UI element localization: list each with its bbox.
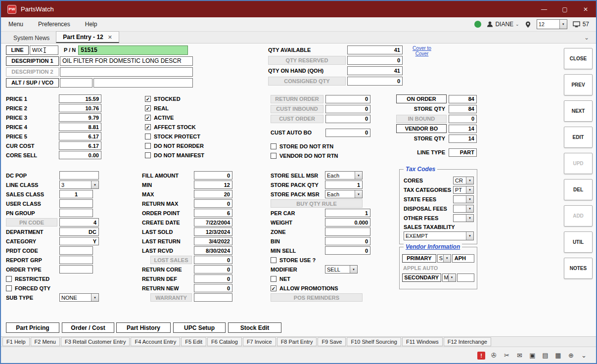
prdt-code-input[interactable] (59, 246, 93, 255)
store-qty-2-value[interactable]: 14 (449, 135, 477, 143)
tab-overflow-chevron-icon[interactable]: ⌄ (584, 34, 596, 43)
state-fees-select[interactable] (453, 195, 474, 203)
description1-button[interactable]: DESCRIPTION 1 (6, 56, 59, 66)
price2-input[interactable]: 10.76 (59, 104, 101, 112)
close-tab-icon[interactable]: ✕ (108, 34, 112, 41)
pn-input[interactable]: 51515 (78, 46, 188, 55)
real-checkbox[interactable]: ✓ (145, 105, 151, 111)
notes-button[interactable]: NOTES (564, 258, 593, 279)
maximize-icon[interactable]: ▢ (554, 1, 575, 17)
fn-f11-windows[interactable]: F11 Windows (402, 337, 443, 346)
order-type-input[interactable] (59, 265, 93, 273)
monitor-icon[interactable]: ▣ (528, 352, 537, 359)
store-do-not-rtn-checkbox[interactable] (271, 143, 276, 149)
tab-part-entry[interactable]: Part Entry - 12 ✕ (56, 31, 119, 43)
menu-preferences[interactable]: Preferences (31, 21, 78, 28)
qty-reserved-value[interactable]: 0 (347, 56, 403, 65)
line-class-select[interactable]: 3 (59, 181, 99, 189)
menu-menu[interactable]: Menu (1, 21, 31, 28)
upc-setup-button[interactable]: UPC Setup (173, 322, 226, 333)
cover-to-cover-link[interactable]: Cover to Cover (410, 46, 434, 56)
fn-f10-shelf-sourcing[interactable]: F10 Shelf Sourcing (347, 337, 401, 346)
warranty-input[interactable] (194, 293, 232, 302)
part-history-button[interactable]: Part History (116, 322, 171, 333)
pn-group-input[interactable] (59, 209, 93, 217)
cart-icon[interactable]: ✇ (490, 352, 498, 359)
description1-input[interactable]: OIL FILTER FOR DOMESTIC LONG DESCR (60, 56, 193, 66)
dc-pop-input[interactable] (59, 171, 99, 180)
fn-f2-menu[interactable]: F2 Menu (31, 337, 60, 346)
create-date-input[interactable]: 7/22/2004 (194, 218, 232, 227)
alt-input-1[interactable] (60, 78, 92, 88)
part-pricing-button[interactable]: Part Pricing (6, 322, 59, 333)
cust-inbound-value[interactable]: 0 (325, 105, 370, 113)
stock-edit-button[interactable]: Stock Edit (228, 322, 281, 333)
station-select[interactable]: 12 (537, 19, 567, 29)
alert-icon[interactable]: ! (477, 352, 485, 360)
menu-help[interactable]: Help (78, 21, 105, 28)
return-order-value[interactable]: 0 (325, 95, 370, 103)
last-rcvd-input[interactable]: 8/30/2024 (194, 246, 232, 255)
qty-available-value[interactable]: 41 (347, 46, 403, 54)
line-input[interactable]: WIX (30, 46, 58, 55)
min-input[interactable]: 12 (194, 181, 232, 189)
sales-taxability-select[interactable]: EXEMPT (404, 231, 474, 240)
scissors-icon[interactable]: ✂ (503, 352, 511, 359)
prev-button[interactable]: PREV (564, 74, 593, 95)
globe-icon[interactable]: ⊕ (567, 352, 575, 359)
store-use-checkbox[interactable] (271, 257, 276, 263)
chevron-down-icon[interactable]: ⌄ (580, 352, 588, 359)
price5-input[interactable]: 6.17 (59, 132, 101, 140)
forced-qty-checkbox[interactable] (6, 285, 12, 291)
return-max-input[interactable]: 0 (194, 199, 232, 208)
order-point-input[interactable]: 6 (194, 209, 232, 217)
user-menu[interactable]: DIANE ⌄ (487, 21, 519, 28)
fn-f4-account-entry[interactable]: F4 Account Entry (131, 337, 180, 346)
primary-vendor-input[interactable]: APH (452, 254, 474, 263)
store-sell-msr-select[interactable]: Each (325, 171, 363, 180)
primary-code-select[interactable]: S (437, 254, 451, 263)
price3-input[interactable]: 9.79 (59, 113, 101, 122)
secondary-vendor-button[interactable]: SECONDARY (402, 273, 441, 282)
per-car-input[interactable]: 1 (325, 209, 370, 217)
vendor-bo-value[interactable]: 14 (449, 125, 477, 133)
next-button[interactable]: NEXT (564, 100, 593, 122)
consigned-qty-value[interactable]: 0 (347, 77, 403, 86)
on-order-value[interactable]: 84 (449, 95, 477, 103)
return-new-input[interactable]: 0 (194, 284, 232, 292)
price4-input[interactable]: 8.81 (59, 123, 101, 131)
last-sold-input[interactable]: 12/3/2024 (194, 228, 232, 236)
grid-icon[interactable]: ▦ (554, 352, 562, 359)
disposal-fees-select[interactable] (453, 205, 474, 213)
fn-f12-interchange[interactable]: F12 Interchange (444, 337, 491, 346)
close-button[interactable]: CLOSE (564, 48, 593, 69)
category-input[interactable]: Y (59, 237, 99, 245)
line-type-value[interactable]: PART (449, 148, 477, 157)
description2-input[interactable] (60, 67, 193, 77)
line-button[interactable]: LINE (6, 46, 29, 55)
cur-cost-input[interactable]: 6.17 (59, 141, 101, 150)
fn-f1-help[interactable]: F1 Help (2, 337, 30, 346)
cores-select[interactable]: CR (453, 177, 474, 184)
core-sell-input[interactable]: 0.00 (59, 151, 101, 159)
zone-input[interactable] (325, 228, 370, 236)
sub-type-select[interactable]: NONE (59, 293, 99, 302)
net-checkbox[interactable] (271, 276, 276, 282)
mail-icon[interactable]: ✉ (515, 352, 524, 359)
pn-code-value[interactable]: 4 (59, 218, 99, 227)
modifier-select[interactable]: SELL (325, 265, 358, 273)
edit-button[interactable]: EDIT (564, 127, 593, 148)
qoh-value[interactable]: 41 (347, 66, 403, 75)
do-not-manifest-checkbox[interactable] (145, 152, 151, 158)
alt-input-2[interactable] (93, 78, 193, 88)
vendor-do-not-rtn-checkbox[interactable] (271, 153, 276, 159)
restricted-checkbox[interactable] (6, 276, 12, 282)
do-not-reorder-checkbox[interactable] (145, 143, 151, 149)
lost-sales-value[interactable]: 0 (194, 256, 232, 264)
fn-f5-edit[interactable]: F5 Edit (181, 337, 206, 346)
in-bound-value[interactable]: 0 (449, 115, 477, 123)
max-input[interactable]: 20 (194, 190, 232, 198)
util-button[interactable]: UTIL (564, 231, 593, 253)
price1-input[interactable]: 15.59 (59, 94, 101, 103)
cust-order-value[interactable]: 0 (325, 115, 370, 123)
